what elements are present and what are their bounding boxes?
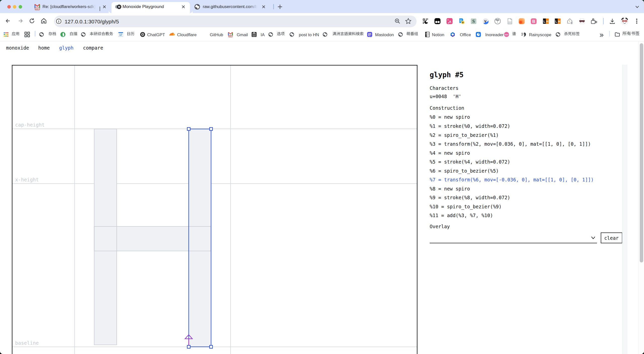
profile-avatar[interactable] <box>621 17 628 25</box>
inoreader-icon <box>476 32 481 37</box>
tab-gmail-thread[interactable]: 100+ Re: [cloudflare/workers-sdk] <box>28 2 110 13</box>
characters-label: Characters <box>430 86 458 91</box>
close-icon <box>181 5 185 9</box>
bookmark-label: IA <box>261 32 265 37</box>
bookmark-label: Office <box>460 32 471 37</box>
tab-search-chevron-button[interactable] <box>634 3 641 10</box>
forward-button[interactable] <box>16 17 24 25</box>
cap-height-label: cap-height <box>15 122 45 128</box>
plus-icon <box>276 3 284 10</box>
mastodon-icon <box>367 32 372 37</box>
chatgpt-icon <box>140 32 145 37</box>
reload-icon <box>28 17 36 25</box>
panel-scrollbar[interactable] <box>622 65 627 354</box>
bookmark-label: 日历 <box>127 32 135 37</box>
ext-screenshot-button[interactable] <box>422 17 429 25</box>
construction-code-line: %9 = stroke(%8, width=0.072) <box>430 195 510 200</box>
toolbar-separator <box>603 18 604 24</box>
bookmark-label: ChatGPT <box>147 32 165 37</box>
globe-icon <box>81 32 86 37</box>
overlay-select[interactable] <box>430 232 597 243</box>
construction-code-line: %6 = spiro_to_bezier(%5) <box>430 169 499 173</box>
bookmarks-overflow-chevron[interactable] <box>598 32 605 39</box>
tab-favicon: M <box>115 4 122 10</box>
page-scrollbar-thumb[interactable] <box>640 43 643 262</box>
ext-dark-reader-button[interactable] <box>434 17 441 25</box>
svg-text:H: H <box>558 20 560 23</box>
notion-icon <box>425 32 430 37</box>
palm-ext-icon <box>494 18 501 24</box>
tab-title: Re: [cloudflare/workers-sdk] <box>43 4 96 9</box>
reload-button[interactable] <box>28 17 36 25</box>
bookmark-star-icon[interactable] <box>405 18 412 25</box>
construction-code-line: %1 = stroke(%0, width=0.072) <box>430 124 510 129</box>
grid-outline-icon <box>24 31 30 37</box>
glyph-fill <box>94 129 211 347</box>
back-button[interactable] <box>4 17 12 25</box>
bookmarks-separator <box>609 31 610 36</box>
glyph-canvas[interactable]: cap-height x-height baseline <box>0 41 644 354</box>
ext-doc-button[interactable] <box>506 17 513 25</box>
s-ext-icon: S <box>470 18 477 24</box>
ext-mask-button[interactable] <box>578 17 586 25</box>
download-icon <box>609 18 616 25</box>
home-button[interactable] <box>40 17 48 25</box>
office-icon <box>450 32 455 37</box>
new-tab-button[interactable] <box>276 3 284 10</box>
ext-lh-2-button[interactable]: L H <box>554 17 561 25</box>
guide-labels: cap-height x-height baseline <box>15 122 45 346</box>
url-text[interactable]: 127.0.0.1:3070/glyph/5 <box>65 19 119 25</box>
tab-title-truncation <box>100 7 100 11</box>
x-height-label: x-height <box>15 177 39 183</box>
tab-favicon: 100+ <box>34 3 41 10</box>
downloads-button[interactable] <box>609 18 616 25</box>
kebab-menu-icon <box>633 18 640 25</box>
bookmarks-bar: 应用 存档 白描 本研综合教务 17 日历 ChatGPT Cloudflare… <box>0 29 644 41</box>
ext-v-button[interactable]: V <box>482 17 489 25</box>
bookmark-label: 应用 <box>12 32 20 37</box>
lh-ext-icon: L H <box>543 18 549 24</box>
tab-close-icon[interactable] <box>102 5 106 9</box>
gmail-icon: 100+ <box>228 31 233 37</box>
zoom-window-button[interactable] <box>19 5 22 9</box>
construction-code-line: %5 = stroke(%4, width=0.072) <box>430 160 510 164</box>
tab-raw-githubusercontent[interactable]: raw.githubusercontent.com/b <box>192 2 270 13</box>
ext-orange-button[interactable] <box>518 17 526 25</box>
tab-close-icon[interactable] <box>262 5 266 9</box>
profile-avatar-image <box>621 17 628 25</box>
svg-text:100+: 100+ <box>35 8 39 10</box>
ext-b-button[interactable]: B <box>530 17 538 25</box>
zoom-search-icon <box>394 18 401 25</box>
ext-lh-1-button[interactable]: L H <box>542 17 550 25</box>
zoom-icon[interactable] <box>394 18 401 25</box>
doc-ext-icon <box>507 18 513 24</box>
overlay-label: Overlay <box>430 224 450 229</box>
glyph-title: glyph #5 <box>430 71 464 78</box>
chevron-double-right-icon <box>598 32 605 38</box>
close-window-button[interactable] <box>7 5 11 9</box>
globe-icon <box>39 32 44 37</box>
ext-palm-button[interactable] <box>494 17 501 25</box>
tab-close-icon[interactable] <box>181 5 185 9</box>
ext-s-button[interactable]: S <box>470 17 477 25</box>
ext-save-page-button[interactable] <box>458 17 465 25</box>
ext-puzzle-button[interactable] <box>590 17 598 25</box>
minimize-window-button[interactable] <box>13 5 16 9</box>
bookmark-label: Gmail <box>237 32 248 37</box>
bookmark-label: Mastodon <box>375 32 394 37</box>
tab-monoxide-playground[interactable]: M Monoxide Playground <box>111 2 190 13</box>
overlay-clear-button[interactable]: clear <box>601 232 622 243</box>
ext-house-button[interactable]: 0 <box>566 17 574 25</box>
translate-ext-icon: A <box>446 18 453 24</box>
page-scrollbar[interactable] <box>638 41 644 354</box>
svg-text:S: S <box>472 19 475 24</box>
ext-translate-button[interactable]: A <box>446 17 453 25</box>
svg-text:100+: 100+ <box>229 35 232 37</box>
svg-text:L: L <box>555 20 557 23</box>
cloudflare-icon <box>169 31 175 37</box>
menu-kebab-button[interactable] <box>633 18 640 25</box>
bookmark-label: 本研综合教务 <box>90 32 113 37</box>
star-icon <box>405 18 412 25</box>
globe-icon <box>268 32 273 37</box>
svg-text:V: V <box>484 19 486 23</box>
